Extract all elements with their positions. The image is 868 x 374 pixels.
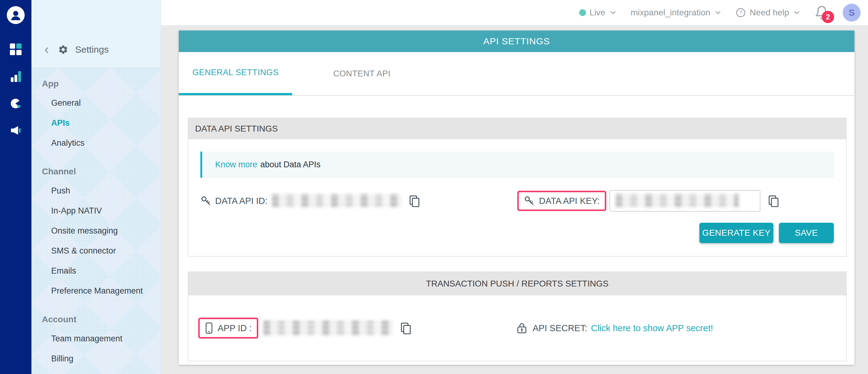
transaction-section: TRANSACTION PUSH / REPORTS SETTINGS APP … [188, 271, 847, 361]
show-app-secret-link[interactable]: Click here to show APP secret! [591, 323, 713, 333]
pie-chart-icon[interactable] [9, 97, 22, 110]
settings-sidebar: Settings App General APIs Analytics Chan… [31, 0, 161, 374]
data-api-section: DATA API SETTINGS Know more about Data A… [188, 118, 847, 257]
page-title: API SETTINGS [179, 31, 855, 52]
gear-icon [58, 44, 68, 55]
know-more-callout: Know more about Data APIs [200, 151, 834, 178]
apps-grid-icon[interactable] [9, 43, 22, 56]
sidebar-item-onsite-messaging[interactable]: Onsite messaging [31, 221, 160, 241]
tab-general-settings[interactable]: GENERAL SETTINGS [179, 52, 292, 95]
sidebar-item-general[interactable]: General [31, 93, 160, 113]
sidebar-item-preference-management[interactable]: Preference Management [31, 281, 160, 301]
settings-sidebar-header: Settings [31, 0, 160, 67]
app-id-value-redacted [263, 320, 393, 336]
menu-group-account: Account Team management Billing [31, 301, 160, 369]
api-secret-label: API SECRET: [533, 323, 587, 333]
sidebar-item-push[interactable]: Push [31, 181, 160, 201]
rail-icon-list [9, 43, 22, 137]
user-avatar[interactable]: S [843, 4, 861, 22]
menu-group-app: App General APIs Analytics [31, 73, 160, 153]
api-secret-row: API SECRET: Click here to show APP secre… [516, 322, 834, 334]
copy-icon[interactable] [400, 322, 412, 334]
copy-icon[interactable] [767, 195, 779, 207]
sidebar-item-emails[interactable]: Emails [31, 261, 160, 281]
environment-dropdown[interactable]: Live [579, 8, 617, 18]
page-background: API SETTINGS GENERAL SETTINGS CONTENT AP… [161, 25, 868, 374]
api-settings-card: API SETTINGS GENERAL SETTINGS CONTENT AP… [179, 31, 855, 365]
notifications-bell[interactable]: 2 [814, 5, 829, 21]
data-api-id-label: DATA API ID: [215, 196, 268, 206]
know-more-link[interactable]: Know more [215, 160, 257, 169]
card-body: DATA API SETTINGS Know more about Data A… [179, 96, 855, 365]
chevron-down-icon [609, 9, 617, 16]
chevron-down-icon [793, 9, 801, 16]
notification-count-badge: 2 [822, 11, 834, 23]
callout-text: about Data APIs [260, 160, 320, 169]
question-circle-icon: ? [736, 7, 746, 18]
tab-bar: GENERAL SETTINGS CONTENT API [179, 52, 855, 96]
sidebar-item-sms-connector[interactable]: SMS & connector [31, 241, 160, 261]
generate-key-button[interactable]: GENERATE KEY [700, 223, 773, 243]
sidebar-item-analytics[interactable]: Analytics [31, 133, 160, 153]
project-dropdown[interactable]: mixpanel_integration [631, 8, 722, 18]
person-icon [9, 9, 22, 21]
back-chevron-icon[interactable] [42, 45, 51, 55]
data-api-key-highlight-box: DATA API KEY: [517, 191, 606, 211]
menu-group-channel: Channel Push In-App NATIV Onsite messagi… [31, 153, 160, 301]
settings-title: Settings [75, 44, 108, 55]
sidebar-item-billing[interactable]: Billing [31, 349, 160, 369]
bar-chart-icon[interactable] [9, 70, 22, 82]
group-label: Channel [31, 153, 160, 181]
main-area: Live mixpanel_integration ? Need help [161, 0, 868, 374]
tab-content-api[interactable]: CONTENT API [292, 52, 432, 95]
chevron-down-icon [714, 9, 722, 16]
project-name: mixpanel_integration [631, 8, 710, 18]
app-id-highlight-box: APP ID : [198, 318, 258, 339]
data-api-key-row: DATA API KEY: [517, 190, 834, 212]
transaction-section-title: TRANSACTION PUSH / REPORTS SETTINGS [188, 272, 846, 296]
sidebar-item-inapp-nativ[interactable]: In-App NATIV [31, 201, 160, 221]
data-api-key-input[interactable] [610, 190, 761, 212]
data-api-section-title: DATA API SETTINGS [188, 118, 846, 139]
primary-nav-rail [0, 0, 31, 374]
need-help-label: Need help [750, 8, 789, 18]
netcore-logo[interactable] [7, 6, 25, 24]
group-label: Account [31, 301, 160, 329]
mobile-phone-icon [205, 322, 213, 334]
data-api-id-value-redacted [272, 194, 401, 208]
app-root: Settings App General APIs Analytics Chan… [0, 0, 868, 374]
megaphone-icon[interactable] [9, 125, 22, 137]
key-icon [524, 195, 535, 206]
sidebar-item-team-management[interactable]: Team management [31, 329, 160, 349]
topbar: Live mixpanel_integration ? Need help [161, 0, 868, 25]
settings-menu: App General APIs Analytics Channel Push … [31, 67, 160, 374]
need-help-dropdown[interactable]: ? Need help [736, 7, 801, 18]
sidebar-item-apis[interactable]: APIs [31, 113, 160, 133]
app-id-label: APP ID : [218, 323, 252, 333]
data-api-key-label: DATA API KEY: [539, 196, 600, 206]
copy-icon[interactable] [408, 195, 421, 207]
app-id-row: APP ID : [198, 318, 516, 339]
group-label: App [31, 73, 160, 93]
svg-text:?: ? [739, 9, 742, 16]
key-icon [200, 195, 212, 206]
lock-icon [516, 322, 528, 334]
live-status-dot [579, 9, 586, 16]
data-api-key-value-redacted [616, 194, 739, 208]
save-button[interactable]: SAVE [779, 223, 834, 243]
data-api-id-row: DATA API ID: [200, 194, 517, 208]
environment-label: Live [590, 8, 606, 18]
